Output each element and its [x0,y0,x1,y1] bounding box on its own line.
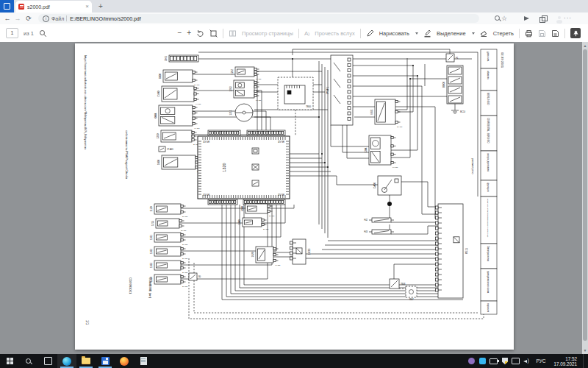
vertical-tabs-icon [4,3,10,10]
svg-text:1T A61: 1T A61 [167,148,173,151]
print-icon[interactable] [525,29,533,38]
svg-text:2V NR: 2V NR [397,126,403,128]
zoom-in-button[interactable]: + [187,29,191,37]
start-button[interactable] [0,354,19,368]
taskbar-app-save-tool[interactable] [96,354,115,368]
tray-messenger-icon[interactable] [467,357,476,365]
document-icon [140,357,147,365]
read-aloud-label[interactable]: Прочесть вслух [315,30,354,37]
svg-text:1332: 1332 [150,249,153,254]
svg-text:CV00: CV00 [157,91,160,96]
windows-taskbar: РУС 17:52 17.09.2021 [0,354,588,368]
show-desktop-button[interactable] [583,354,587,368]
draw-label[interactable]: Нарисовать [379,30,409,37]
taskbar-clock[interactable]: 17:52 17.09.2021 [551,356,580,367]
highlight-options-caret-icon[interactable] [472,32,475,35]
erase-label[interactable]: Стереть [493,30,514,37]
tray-battery-icon[interactable] [490,357,498,365]
svg-text:2V NR: 2V NR [263,228,269,230]
svg-text:2V NR: 2V NR [269,215,275,217]
save-icon[interactable] [538,29,546,38]
svg-text:2V NR: 2V NR [181,230,187,232]
svg-text:https://sxemane-nekotorie-vse-: https://sxemane-nekotorie-vse-citroen.co… [84,55,87,149]
vertical-scrollbar[interactable]: ▲ ▼ [582,42,588,354]
svg-text:запуск двигателя: запуск двигателя [487,153,490,171]
add-favorite-star-icon[interactable]: ☆ [501,15,507,22]
browser-tab-strip: s2000.pdf × + [0,0,588,13]
taskbar-app-explorer[interactable] [76,354,96,368]
svg-text:функция: функция [487,183,490,192]
svg-text:2V NR: 2V NR [182,272,188,274]
site-info-icon[interactable]: i [43,15,49,22]
browser-menu-icon[interactable]: ··· [564,15,572,21]
highlight-label[interactable]: Выделение [437,30,466,37]
svg-text:C001: C001 [165,56,168,62]
highlight-icon[interactable] [423,29,431,38]
svg-text:F1: F1 [456,57,459,60]
task-view-icon [44,357,52,365]
page-view-label[interactable]: Просмотр страницы [242,30,293,37]
tab-close-icon[interactable]: × [85,4,89,10]
svg-text:32V NR: 32V NR [278,141,284,144]
browser-tab[interactable]: s2000.pdf × [15,1,92,13]
tray-telegram-icon[interactable] [478,357,487,365]
scrollbar-thumb[interactable] [583,49,587,341]
firefox-icon [120,357,129,366]
tray-security-shield-icon[interactable] [501,357,509,365]
task-view-button[interactable] [38,354,57,368]
tray-network-icon[interactable] [512,357,520,365]
svg-text:вариант: вариант [487,303,490,313]
pdf-search-icon[interactable] [39,29,47,38]
page-number-input[interactable]: 1 [6,28,18,38]
back-button[interactable]: ← [3,14,12,23]
edge-icon [62,357,71,366]
draw-pen-icon[interactable] [366,29,374,38]
taskbar-app-firefox[interactable] [115,354,134,368]
new-tab-button[interactable]: + [96,2,105,11]
pdf-file-icon [18,4,24,10]
svg-text:CA00: CA00 [373,183,376,189]
svg-text:4V NR: 4V NR [275,264,281,266]
tray-volume-icon[interactable] [523,357,531,365]
fit-to-page-icon[interactable] [209,29,218,38]
language-indicator[interactable]: РУС [534,358,548,364]
search-icon [25,358,32,365]
svg-text:CD9903021: CD9903021 [129,277,132,294]
svg-text:1620: 1620 [251,252,254,257]
svg-text:8511: 8511 [465,247,468,254]
svg-text:1331: 1331 [150,235,153,240]
svg-text:Электросхема: Электросхема [487,246,490,261]
taskbar-app-notepad[interactable] [134,354,153,368]
svg-text:32V GR: 32V GR [203,141,209,144]
draw-options-caret-icon[interactable] [415,32,418,35]
svg-text:3V NR: 3V NR [256,78,262,80]
pin-toolbar-button[interactable] [570,28,581,38]
svg-text:1215: 1215 [151,221,154,226]
svg-text:дата изм.: дата изм. [487,52,490,62]
taskbar-app-edge[interactable] [57,354,76,368]
svg-text:1262: 1262 [231,69,234,74]
scroll-up-arrow-icon[interactable]: ▲ [582,42,588,49]
svg-text:1211: 1211 [229,110,232,115]
url-field[interactable]: i Файл E:/BERLINGO/immo/s2000.pdf [38,14,479,23]
page-view-icon[interactable] [229,29,237,38]
svg-text:8200: 8200 [159,74,162,79]
scroll-down-arrow-icon[interactable]: ▼ [582,347,588,354]
svg-text:PSF1: PSF1 [326,86,329,94]
svg-text:F42: F42 [364,219,368,222]
refresh-button[interactable]: ⟳ [24,14,33,23]
save-as-icon[interactable] [551,29,559,38]
svg-text:32V GR: 32V GR [203,194,209,197]
zoom-out-button[interactable]: − [177,29,182,37]
tab-title: s2000.pdf [27,4,83,10]
svg-text:9V NR: 9V NR [196,103,201,105]
taskbar-search-button[interactable] [19,354,38,368]
system-tray: РУС 17:52 17.09.2021 [467,354,588,368]
forward-button[interactable]: → [13,14,22,23]
pdf-page: C00182002V NRCV009V NR00044V GR13102V NR… [75,43,514,350]
svg-text:1304: 1304 [365,147,368,152]
svg-text:BB00: BB00 [442,82,445,88]
rotate-page-icon[interactable] [196,29,204,38]
erase-icon[interactable] [480,29,488,38]
vertical-tabs-button[interactable] [0,0,14,13]
